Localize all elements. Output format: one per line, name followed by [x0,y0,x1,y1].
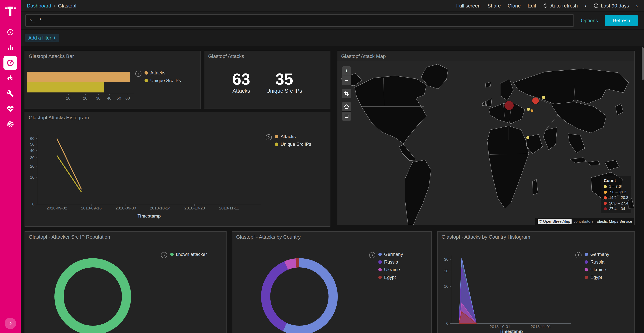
share-button[interactable]: Share [488,3,501,9]
add-filter-label: Add a filter [28,35,51,41]
legend-swatch [275,135,278,138]
sidebar-item-management[interactable] [4,117,17,131]
sidebar-item-visualize[interactable] [4,41,17,55]
bar-chart-icon [6,44,14,51]
legend-label: Ukraine [384,267,400,272]
legend-item-ukraine[interactable]: Ukraine [378,267,403,272]
metric-unique-src-ips: 35 Unique Src IPs [266,70,302,94]
query-prompt-icon: >_ [30,18,35,23]
bar-attacks[interactable] [27,72,130,82]
breadcrumb-separator: / [54,3,55,9]
edit-button[interactable]: Edit [528,3,536,9]
line-series-unique-src-ips[interactable] [57,155,82,192]
map-point[interactable] [542,96,545,99]
map-point[interactable] [504,101,514,110]
ems-attribution-link[interactable]: Elastic Maps Service [596,219,632,224]
y-tick-label: 20 [30,164,34,168]
panel-title: Glastopf Attacks Histogram [25,112,330,122]
main-column: Dashboard / Glastopf Full screen Share C… [21,0,644,333]
zoom-out-button[interactable]: − [342,76,351,85]
breadcrumb-current: Glastopf [58,3,76,9]
scrollbar[interactable] [642,47,644,80]
legend-label: Russia [384,259,398,265]
legend-item-egypt[interactable]: Egypt [584,275,609,280]
y-tick-label: 0 [446,321,448,325]
add-filter-button[interactable]: Add a filter + [25,34,59,42]
map-legend-item: 27.4 – 34 [604,207,628,211]
donut-hole [64,267,122,326]
map-legend-label: 7.6 – 14.2 [609,190,626,194]
line-series-attacks[interactable] [57,139,82,190]
legend-item-unique-src-ips[interactable]: Unique Src IPs [144,78,181,83]
sidebar-item-timelion[interactable] [4,71,17,85]
legend-item-egypt[interactable]: Egypt [378,275,403,280]
polygon-icon [344,104,349,109]
map-legend: Count 1 – 7.67.6 – 14.214.2 – 20.820.8 –… [601,176,631,213]
full-screen-button[interactable]: Full screen [456,3,480,9]
axis-tick-label: 20 [80,96,91,101]
legend-item-attacks[interactable]: Attacks [144,70,181,76]
sidebar-item-dev-tools[interactable] [4,87,17,101]
attack-map[interactable]: + − [337,61,634,225]
time-back-button[interactable]: ‹ [585,3,587,9]
legend-item-ukraine[interactable]: Ukraine [584,267,609,272]
legend-toggle-button[interactable] [135,71,142,77]
legend-toggle-button[interactable] [369,252,375,258]
legend-item-russia[interactable]: Russia [584,259,609,265]
legend-item-known-attacker[interactable]: known attacker [170,252,207,257]
country-donut-chart[interactable] [261,258,338,333]
query-options-link[interactable]: Options [581,18,598,24]
metric-value: 35 [266,70,302,88]
map-legend-item: 1 – 7.6 [604,184,628,189]
draw-polygon-button[interactable] [342,102,351,111]
sidebar-item-dashboard[interactable] [4,56,17,70]
legend-item-attacks[interactable]: Attacks [275,134,311,139]
x-tick-label: 2018-10-01 [490,324,510,329]
chevron-right-icon [371,254,374,257]
axis-tick-label: 10 [62,96,74,101]
sidebar-item-discover[interactable] [4,25,17,39]
search-query-input[interactable]: >_ * [25,15,574,27]
map-point[interactable] [527,108,530,111]
map-point[interactable] [532,97,539,104]
map-point[interactable] [530,109,533,112]
panel-title: Glastopf Attacks Bar [25,51,200,61]
y-tick-label: 40 [30,148,34,153]
legend-item-germany[interactable]: Germany [378,252,403,257]
legend-toggle-button[interactable] [576,252,582,258]
legend-item-germany[interactable]: Germany [584,252,609,257]
map-point[interactable] [526,136,530,139]
legend-swatch [584,276,588,279]
telekom-logo[interactable] [4,3,16,19]
value-axis [27,94,134,94]
auto-refresh-button[interactable]: Auto-refresh [543,3,578,9]
time-forward-button[interactable]: › [636,3,638,9]
legend-item-unique-src-ips[interactable]: Unique Src IPs [275,142,311,147]
sidebar-item-monitoring[interactable] [4,102,17,116]
gear-icon [6,120,14,128]
sidebar-collapse-button[interactable] [4,318,16,329]
legend-toggle-button[interactable] [161,252,167,258]
map-legend-label: 14.2 – 20.8 [609,195,628,200]
chevron-right-icon [577,254,580,257]
clone-button[interactable]: Clone [508,3,521,9]
fit-bounds-button[interactable] [342,89,351,98]
legend-toggle-button[interactable] [266,134,272,140]
map-legend-label: 27.4 – 34 [609,207,625,211]
refresh-button[interactable]: Refresh [605,15,638,26]
zoom-in-button[interactable]: + [342,66,351,76]
osm-attribution-link[interactable]: © OpenStreetMap [538,219,572,224]
clock-icon [594,3,598,8]
time-range-button[interactable]: Last 90 days [594,3,629,9]
country-legend: GermanyRussiaUkraineEgypt [369,252,403,280]
y-tick-label: 0 [32,202,34,206]
legend-item-russia[interactable]: Russia [378,259,403,265]
breadcrumb-dashboard-link[interactable]: Dashboard [27,3,51,9]
map-legend-items: 1 – 7.67.6 – 14.214.2 – 20.820.8 – 27.42… [604,184,628,211]
draw-rectangle-button[interactable] [342,112,351,121]
map-legend-item: 7.6 – 14.2 [604,190,628,194]
metric-row: 63 Attacks 35 Unique Src IPs [204,61,330,94]
reputation-donut-chart[interactable] [54,258,131,333]
panel-attacks-metric: Glastopf Attacks 63 Attacks 35 Unique Sr… [204,51,330,109]
bar-unique-src-ips[interactable] [27,82,104,93]
